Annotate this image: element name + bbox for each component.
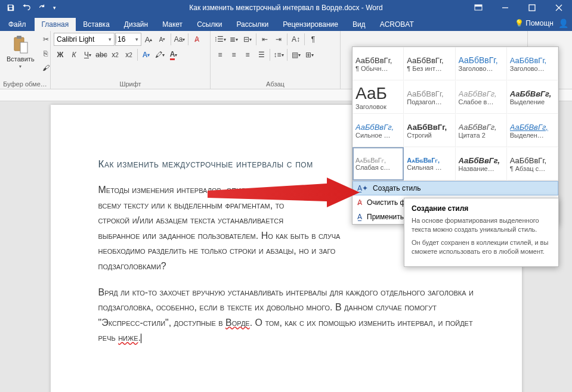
tab-home[interactable]: Главная [35,18,76,31]
decrease-indent-button[interactable]: ⇤ [258,33,271,46]
minimize-button[interactable] [491,0,518,15]
change-case-button[interactable]: Aa▾ [173,33,186,46]
text-effects-button[interactable]: A▾ [140,48,153,61]
bullets-button[interactable]: ⁝☰▾ [214,33,227,46]
grow-font-button[interactable]: A▴ [142,33,155,46]
style-intense-emphasis[interactable]: АаБбВвГг,Сильное … [353,114,404,147]
subscript-button[interactable]: x2 [109,48,122,61]
tab-review[interactable]: Рецензирование [276,18,345,31]
text-cursor [141,334,141,343]
tooltip-body-2: Он будет сохранен в коллекции стилей, и … [412,238,551,257]
titlebar: ▾ Как изменить межстрочный интервал в Во… [0,0,572,15]
numbering-button[interactable]: ≣▾ [227,33,240,46]
show-marks-button[interactable]: ¶ [307,33,320,46]
font-name-input[interactable] [54,35,106,43]
increase-indent-button[interactable]: ⇥ [272,33,285,46]
svg-rect-7 [17,36,21,39]
borders-button[interactable]: ⊞▾ [303,48,316,61]
tab-view[interactable]: Вид [345,18,373,31]
style-quote[interactable]: АаБбВвГг,Цитата 2 [456,114,507,147]
tooltip-title: Создание стиля [412,204,551,213]
style-no-spacing[interactable]: АаБбВвГг,¶ Без инт… [404,47,455,80]
save-button[interactable] [4,1,18,14]
bold-button[interactable]: Ж [54,48,67,61]
spellcheck-underline[interactable]: Ворде [225,318,250,328]
style-emphasis[interactable]: АаБбВвГг,Выделение [507,80,558,114]
sort-button[interactable]: A↕ [289,33,302,46]
style-list-paragraph[interactable]: АаБбВвГг,¶ Абзац с… [507,147,558,181]
maximize-button[interactable] [518,0,545,15]
share-button[interactable]: 👤 [558,18,568,28]
italic-button[interactable]: К [67,48,81,61]
style-intense-reference[interactable]: АаБбВвГг,Выделен… [507,114,558,147]
clear-formatting-button[interactable]: A̷ [190,33,203,46]
highlight-button[interactable]: 🖍▾ [153,48,166,61]
create-style-tooltip: Создание стиля На основе форматирования … [404,198,559,267]
group-font-label: Шрифт [54,80,207,88]
svg-rect-3 [529,5,535,11]
style-title[interactable]: АаБЗаголовок [353,80,404,114]
style-subtitle[interactable]: АаБбВвГг,Подзагол… [404,80,455,114]
styles-grid: АаБбВвГг,¶ Обычн… АаБбВвГг,¶ Без инт… Аа… [353,47,558,181]
font-color-button[interactable]: A▾ [167,48,180,61]
style-normal[interactable]: АаБбВвГг,¶ Обычн… [353,47,404,80]
shading-button[interactable]: ▤▾ [289,48,302,61]
style-subtle-emphasis[interactable]: АаБбВвГг,Слабое в… [456,80,507,114]
tab-acrobat[interactable]: ACROBAT [373,18,421,31]
underline-button[interactable]: Ч▾ [81,48,94,61]
create-style-icon: A̲✦ [357,184,368,192]
superscript-button[interactable]: x2 [122,48,135,61]
spellcheck-underline-2[interactable]: ниже [118,332,138,343]
group-paragraph: ⁝☰▾ ≣▾ ⊟▾ ⇤ ⇥ A↕ ¶ ≡ ≡ ≡ ☰ ↕≡▾ ▤▾ ⊞▾ [211,31,341,89]
style-subtle-reference[interactable]: АаБбВвГг,Слабая с… [353,147,404,181]
style-strong-reference[interactable]: АаБбВвГг,Сильная … [404,147,455,181]
group-font: ▾ ▾ A▴ A▾ Aa▾ A̷ Ж К Ч▾ abc x2 x2 [51,31,211,89]
style-heading2[interactable]: АаБбВвГг,Заголово… [507,47,558,80]
style-book-title[interactable]: АаБбВвГг,Название… [456,147,507,181]
group-clipboard-label: Буфер обме… [3,80,47,88]
line-spacing-button[interactable]: ↕≡▾ [272,48,285,61]
align-center-button[interactable]: ≡ [227,48,240,61]
tab-insert[interactable]: Вставка [76,18,117,31]
tab-references[interactable]: Ссылки [190,18,229,31]
ribbon-display-icon[interactable] [465,0,491,15]
align-right-button[interactable]: ≡ [241,48,254,61]
quick-access-toolbar: ▾ [0,1,58,14]
doc-paragraph-2: Вряд ли кто-то захочет вручную устанавли… [98,285,474,346]
document-title: Как изменить межстрочный интервал в Ворд… [189,4,382,12]
tab-file[interactable]: Файл [0,18,35,31]
shrink-font-button[interactable]: A▾ [156,33,169,46]
close-button[interactable] [545,0,572,15]
window-controls [465,0,572,15]
svg-rect-8 [20,42,27,53]
apply-styles-icon: A̲ [357,213,362,221]
multilevel-button[interactable]: ⊟▾ [241,33,254,46]
group-paragraph-label: Абзац [214,80,337,88]
style-strong[interactable]: АаБбВвГг,Строгий [404,114,455,147]
qat-dropdown[interactable]: ▾ [50,1,58,14]
align-left-button[interactable]: ≡ [214,48,227,61]
font-name-combo[interactable]: ▾ [54,33,115,46]
paste-label: Вставить [7,55,35,63]
svg-rect-1 [475,5,482,7]
tab-layout[interactable]: Макет [155,18,190,31]
style-heading1[interactable]: АаБбВвГг,Заголово… [456,47,507,80]
tell-me-search[interactable]: 💡 Помощн [515,19,554,27]
tab-design[interactable]: Дизайн [117,18,155,31]
font-size-dropdown[interactable]: ▾ [132,36,141,42]
align-justify-button[interactable]: ☰ [255,48,268,61]
font-size-combo[interactable]: ▾ [115,33,141,46]
clear-format-icon: A̷ [357,198,362,207]
font-name-dropdown[interactable]: ▾ [106,36,114,42]
group-clipboard: Вставить ▾ ✂ ⎘ 🖌 Буфер обме… [0,31,51,89]
strikethrough-button[interactable]: abc [95,48,108,61]
undo-button[interactable] [19,1,33,14]
create-style-menuitem[interactable]: A̲✦ Создать стиль [353,181,558,195]
tooltip-body-1: На основе форматирования выделенного тек… [412,216,551,235]
redo-button[interactable] [35,1,49,14]
ribbon-tabs: Файл Главная Вставка Дизайн Макет Ссылки… [0,15,572,31]
paste-button[interactable]: Вставить ▾ [3,33,38,71]
tell-me-label: Помощн [525,19,554,27]
font-size-input[interactable] [116,35,132,43]
tab-mailings[interactable]: Рассылки [229,18,276,31]
